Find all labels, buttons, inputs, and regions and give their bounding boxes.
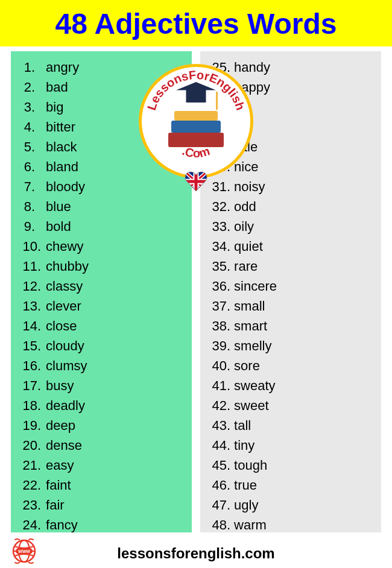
item-number: 39. — [210, 336, 230, 356]
list-item: 10. chewy — [21, 236, 183, 256]
list-item: 40. sore — [210, 356, 373, 376]
right-column: 25. handy26. happy27. hip28. icy29. litt… — [200, 51, 381, 532]
list-item: 26. happy — [210, 77, 373, 97]
item-number: 6. — [21, 157, 35, 177]
item-number: 8. — [21, 197, 35, 216]
list-item: 16. clumsy — [21, 356, 183, 376]
item-number: 21. — [21, 455, 41, 475]
item-word: sincere — [230, 279, 277, 294]
item-word: handy — [230, 60, 270, 75]
list-item: 46. true — [210, 475, 373, 495]
item-word: warm — [230, 517, 267, 532]
list-item: 29. little — [210, 137, 373, 157]
item-number: 22. — [21, 475, 41, 495]
list-item: 13. clever — [21, 296, 183, 316]
item-word: oily — [230, 219, 254, 234]
item-number: 44. — [210, 435, 230, 455]
list-item: 33. oily — [210, 216, 373, 236]
list-item: 6. bland — [21, 157, 183, 177]
item-word: bad — [42, 80, 68, 95]
item-word: ugly — [230, 497, 258, 513]
item-number: 25. — [210, 57, 230, 77]
item-word: sweaty — [230, 378, 276, 393]
list-item: 24. fancy — [21, 515, 183, 535]
item-word: tall — [230, 418, 251, 433]
list-item: 39. smelly — [210, 336, 373, 356]
item-word: deadly — [42, 398, 85, 413]
item-number: 48. — [210, 515, 230, 535]
item-number: 10. — [21, 236, 41, 256]
item-number: 34. — [210, 236, 230, 256]
item-number: 12. — [21, 276, 41, 296]
item-number: 7. — [21, 177, 35, 197]
item-number: 14. — [21, 316, 41, 336]
item-word: rare — [230, 259, 258, 274]
list-item: 44. tiny — [210, 435, 373, 455]
item-word: smart — [230, 318, 267, 333]
list-item: 38. smart — [210, 316, 373, 336]
item-word: close — [42, 318, 77, 333]
item-word: noisy — [230, 179, 265, 194]
title-banner: 48 Adjectives Words — [0, 0, 392, 46]
item-word: bloody — [42, 179, 85, 194]
list-item: 27. hip — [210, 97, 373, 117]
item-number: 31. — [210, 177, 230, 197]
list-item: 41. sweaty — [210, 376, 373, 396]
item-word: icy — [230, 119, 250, 134]
item-number: 5. — [21, 137, 35, 157]
item-number: 37. — [210, 296, 230, 316]
item-number: 16. — [21, 356, 41, 376]
list-item: 47. ugly — [210, 495, 373, 515]
item-word: fancy — [42, 517, 78, 532]
list-item: 4. bitter — [21, 117, 183, 137]
item-word: cloudy — [42, 338, 84, 353]
item-number: 27. — [210, 97, 230, 117]
item-number: 45. — [210, 455, 230, 475]
item-word: faint — [42, 478, 71, 493]
item-word: small — [230, 298, 265, 314]
page-title: 48 Adjectives Words — [0, 7, 392, 40]
item-number: 11. — [21, 256, 41, 276]
item-word: blue — [42, 199, 71, 214]
list-item: 28. icy — [210, 117, 373, 137]
list-item: 30. nice — [210, 157, 373, 177]
item-number: 4. — [21, 117, 35, 137]
list-item: 2. bad — [21, 77, 183, 97]
item-number: 38. — [210, 316, 230, 336]
item-word: classy — [42, 279, 83, 294]
item-word: bitter — [42, 119, 75, 134]
item-number: 15. — [21, 336, 41, 356]
list-item: 9. bold — [21, 216, 183, 236]
item-number: 35. — [210, 256, 230, 276]
item-word: odd — [230, 199, 256, 214]
item-word: fair — [42, 497, 65, 513]
item-number: 3. — [21, 97, 35, 117]
list-item: 32. odd — [210, 197, 373, 216]
item-number: 19. — [21, 415, 41, 435]
item-number: 18. — [21, 396, 41, 415]
list-item: 1. angry — [21, 57, 183, 77]
item-number: 30. — [210, 157, 230, 177]
item-number: 13. — [21, 296, 41, 316]
item-word: quiet — [230, 239, 263, 254]
list-item: 8. blue — [21, 197, 183, 216]
item-word: smelly — [230, 338, 271, 353]
list-item: 35. rare — [210, 256, 373, 276]
item-word: bold — [42, 219, 71, 234]
list-item: 43. tall — [210, 415, 373, 435]
list-item: 25. handy — [210, 57, 373, 77]
item-word: sweet — [230, 398, 269, 413]
list-item: 7. bloody — [21, 177, 183, 197]
item-word: angry — [42, 60, 79, 75]
item-word: bland — [42, 159, 78, 174]
list-item: 34. quiet — [210, 236, 373, 256]
left-column: 1. angry2. bad3. big4. bitter5. black6. … — [11, 51, 192, 532]
list-item: 15. cloudy — [21, 336, 183, 356]
item-number: 9. — [21, 216, 35, 236]
item-number: 17. — [21, 376, 41, 396]
item-number: 23. — [21, 495, 41, 515]
item-word: sore — [230, 358, 260, 373]
item-number: 33. — [210, 216, 230, 236]
item-number: 24. — [21, 515, 41, 535]
item-word: easy — [42, 458, 74, 473]
